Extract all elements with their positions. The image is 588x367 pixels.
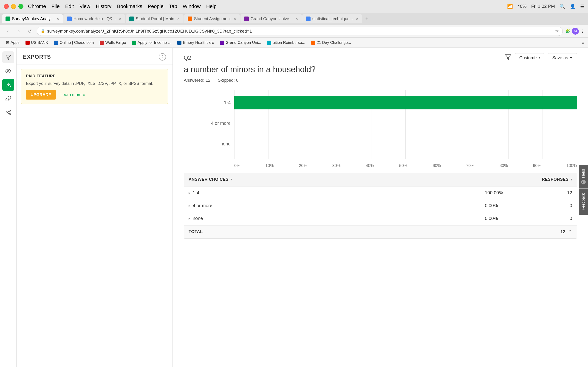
bookmark-wells[interactable]: Wells Fargo (97, 40, 128, 46)
customize-button[interactable]: Customize (515, 53, 544, 62)
bookmark-favicon-emory (177, 41, 182, 45)
paid-feature-actions: UPGRADE Learn more » (26, 90, 163, 100)
bookmark-21day[interactable]: 21 Day Challenge... (309, 40, 353, 46)
menu-edit[interactable]: Edit (65, 3, 74, 9)
bookmark-emory[interactable]: Emory Healthcare (175, 40, 216, 46)
exports-title: EXPORTS (23, 54, 51, 60)
menu-view[interactable]: View (79, 3, 90, 9)
answer-sort-icon[interactable]: ▾ (230, 177, 232, 181)
bookmark-gcu[interactable]: Grand Canyon Uni... (218, 40, 263, 46)
bookmarks-overflow[interactable]: » (582, 40, 584, 45)
maximize-button[interactable] (18, 4, 23, 9)
bookmark-tuition[interactable]: uition Reimburse... (265, 40, 308, 46)
paid-feature-box: PAID FEATURE Export your survey data in … (21, 69, 168, 104)
filter-action-icon[interactable] (505, 54, 511, 62)
bookmark-favicon-wells (100, 41, 104, 45)
save-as-button[interactable]: Save as ▼ (548, 53, 577, 62)
profile-icon[interactable]: M (572, 28, 579, 35)
tab-label-grand-canyon: Grand Canyon Unive... (251, 17, 293, 21)
search-icon[interactable]: 🔍 (560, 4, 565, 9)
tab-grand-canyon[interactable]: Grand Canyon Unive... ✕ (241, 14, 302, 23)
tab-close-homework[interactable]: ✕ (119, 17, 121, 21)
responses-sort-icon[interactable]: ▾ (571, 177, 572, 181)
feedback-button[interactable]: Feedback (579, 189, 588, 215)
filter-sidebar-icon[interactable] (2, 51, 14, 63)
back-button[interactable]: ‹ (4, 27, 12, 35)
expand-icon-4ormore[interactable]: ▸ (189, 203, 190, 208)
more-options-icon[interactable]: ⋮ (581, 29, 584, 33)
chart-label-1-4: 1-4 (184, 100, 234, 105)
address-bar[interactable]: 🔒 surveymonkey.com/analyze/J_2FnKRSh8cJh… (37, 27, 563, 36)
help-button[interactable]: ? Help! (579, 165, 588, 188)
table-cell-answer-none: ▸ none (184, 212, 480, 225)
window-controls (4, 4, 23, 9)
bookmark-label-emory: Emory Healthcare (183, 40, 214, 45)
download-sidebar-icon[interactable] (2, 79, 14, 91)
extensions-icon[interactable]: 🧩 (565, 29, 570, 33)
answer-label-4ormore: 4 or more (193, 203, 212, 208)
x-label-100: 100% (566, 163, 577, 168)
minimize-button[interactable] (11, 4, 16, 9)
lock-icon: 🔒 (41, 29, 45, 33)
chart-row-4ormore: 4 or more (184, 115, 577, 131)
chart-row-1-4: 1-4 (184, 95, 577, 111)
bookmark-apply[interactable]: Apply for Income-... (130, 40, 174, 46)
menu-tab[interactable]: Tab (169, 3, 177, 9)
svg-point-4 (6, 112, 8, 113)
new-tab-button[interactable]: + (363, 15, 371, 23)
tab-statistical[interactable]: statistical_technique... ✕ (302, 14, 362, 23)
menu-help[interactable]: Help (206, 3, 216, 9)
tab-student-portal[interactable]: Student Portal | Main ✕ (126, 14, 183, 23)
menu-people[interactable]: People (148, 3, 164, 9)
left-sidebar (0, 48, 17, 367)
bookmark-chase[interactable]: Online | Chase.com (52, 40, 96, 46)
share-sidebar-icon[interactable] (2, 106, 14, 118)
x-label-0: 0% (234, 163, 240, 168)
tab-close-surveymonkey[interactable]: ✕ (57, 17, 59, 21)
tab-close-student-portal[interactable]: ✕ (177, 17, 180, 21)
tab-favicon-statistical (306, 17, 311, 21)
menu-icon[interactable]: ☰ (580, 4, 584, 9)
tab-close-student-assignment[interactable]: ✕ (233, 17, 236, 21)
total-value: 12 ⌃ (480, 225, 577, 238)
bookmark-label-apps: Apps (10, 40, 19, 45)
tab-close-statistical[interactable]: ✕ (356, 17, 359, 21)
apps-icon: ⊞ (6, 40, 9, 45)
bookmark-apps[interactable]: ⊞ Apps (4, 39, 22, 46)
menu-file[interactable]: File (52, 3, 60, 9)
tab-label-statistical: statistical_technique... (312, 17, 353, 21)
expand-icon-1-4[interactable]: ▸ (189, 191, 190, 195)
total-count: 12 (561, 229, 565, 234)
menu-chrome[interactable]: Chrome (28, 3, 46, 9)
paid-feature-description: Export your survey data in .PDF, .XLS, .… (26, 81, 163, 86)
battery-icon: 40% (518, 4, 527, 9)
link-sidebar-icon[interactable] (2, 93, 14, 105)
menu-history[interactable]: History (96, 3, 111, 9)
close-button[interactable] (4, 4, 9, 9)
menu-window[interactable]: Window (183, 3, 200, 9)
browser-actions: 🧩 M ⋮ (565, 28, 584, 35)
reload-button[interactable]: ↺ (26, 27, 34, 35)
table-cell-responses-1-4: 100.00% 12 (480, 186, 577, 199)
user-avatar[interactable]: 👤 (570, 4, 576, 9)
x-label-60: 60% (433, 163, 441, 168)
expand-icon-none[interactable]: ▸ (189, 216, 190, 221)
scroll-up-icon[interactable]: ⌃ (568, 229, 572, 235)
menu-bookmarks[interactable]: Bookmarks (117, 3, 142, 9)
exports-help-button[interactable]: ? (159, 53, 166, 60)
tab-close-grand-canyon[interactable]: ✕ (295, 17, 298, 21)
response-percent-4ormore: 0.00% (485, 203, 498, 208)
tab-homework[interactable]: Homework Help - Q&... ✕ (63, 14, 125, 23)
bookmark-favicon-usbank (26, 41, 30, 45)
bookmark-usbank[interactable]: US BANK (23, 40, 51, 46)
upgrade-button[interactable]: UPGRADE (26, 90, 56, 100)
tab-student-assignment[interactable]: Student Assignment ✕ (184, 14, 240, 23)
question-actions: Customize Save as ▼ (505, 53, 577, 62)
tab-surveymonkey[interactable]: SurveyMonkey Analy... ✕ (2, 14, 63, 23)
forward-button[interactable]: › (15, 27, 23, 35)
answer-label-1-4: 1-4 (193, 190, 199, 195)
eye-sidebar-icon[interactable] (2, 65, 14, 77)
tab-favicon-student-portal (129, 17, 134, 21)
bookmark-star-icon[interactable]: ☆ (555, 28, 559, 34)
learn-more-link[interactable]: Learn more » (61, 92, 85, 97)
